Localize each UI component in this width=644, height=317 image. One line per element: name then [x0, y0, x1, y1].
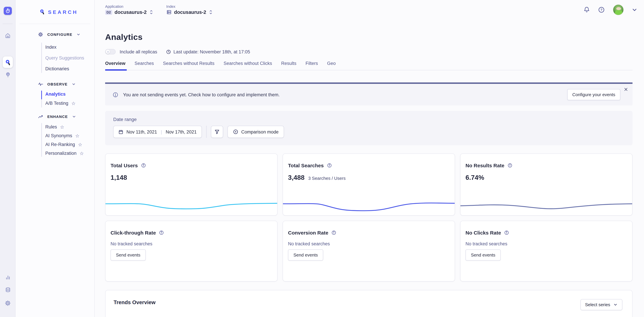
lightbulb-icon[interactable] [0, 72, 16, 78]
info-icon[interactable] [508, 163, 512, 168]
info-icon[interactable] [159, 230, 164, 235]
home-icon[interactable] [0, 32, 16, 38]
calendar-icon [118, 129, 124, 134]
empty-state-text: No tracked searches [110, 241, 272, 246]
info-icon[interactable] [141, 163, 146, 168]
sidebar: SEARCH CONFIGURE Index Query Suggestions… [16, 0, 95, 317]
tab-results[interactable]: Results [281, 61, 296, 70]
page-title: Analytics [105, 32, 632, 42]
search-icon[interactable] [3, 56, 13, 68]
tab-searches-without-clicks[interactable]: Searches without Clicks [224, 61, 272, 70]
updown-chevrons-icon [208, 10, 213, 15]
date-range-button[interactable]: Nov 11th, 2021 | Nov 17th, 2021 [113, 126, 202, 138]
include-replicas-toggle[interactable] [105, 49, 116, 54]
send-events-button[interactable]: Send events [288, 250, 323, 260]
card-no-clicks-rate: No Clicks Rate No tracked searches Send … [460, 221, 632, 282]
card-title: Total Users [110, 162, 138, 168]
pulse-icon [38, 82, 43, 87]
metric-value: 6.74% [466, 174, 484, 182]
tab-searches-without-results[interactable]: Searches without Results [163, 61, 214, 70]
empty-state-text: No tracked searches [466, 241, 627, 246]
search-product-logo[interactable]: SEARCH [39, 9, 78, 15]
sidebar-item-dictionaries[interactable]: Dictionaries [45, 66, 69, 71]
chevron-down-icon[interactable] [632, 7, 637, 12]
gear-icon[interactable] [0, 300, 16, 306]
toggle-knob [106, 50, 110, 54]
info-icon[interactable] [327, 163, 332, 168]
sidebar-divider [20, 24, 90, 24]
application-selector[interactable]: D2 docusaurus-2 [105, 10, 154, 15]
filter-funnel-icon [214, 129, 220, 134]
tab-geo[interactable]: Geo [327, 61, 336, 70]
comparison-mode-button[interactable]: Comparison mode [227, 126, 284, 138]
card-conversion-rate: Conversion Rate No tracked searches Send… [282, 221, 455, 282]
application-selector-group: Application D2 docusaurus-2 [105, 4, 154, 15]
svg-text:?: ? [600, 8, 602, 12]
info-icon[interactable] [331, 230, 336, 235]
sidebar-item-ab-testing[interactable]: A/B Testing☆ [45, 101, 76, 106]
main-area: Application D2 docusaurus-2 Index docu [95, 0, 644, 317]
date-range-label: Date range [113, 116, 632, 122]
sidebar-item-index[interactable]: Index [45, 44, 56, 50]
card-title: Conversion Rate [288, 230, 328, 236]
card-title: No Clicks Rate [466, 230, 501, 236]
index-selector[interactable]: docusaurus-2 [166, 10, 213, 15]
star-icon[interactable]: ☆ [75, 133, 80, 138]
sidebar-item-ai-synonyms[interactable]: AI Synonyms☆ [45, 133, 80, 138]
sidebar-item-ai-reranking[interactable]: AI Re-Ranking☆ [45, 142, 82, 147]
database-icon[interactable] [0, 287, 16, 293]
section-configure[interactable]: CONFIGURE [38, 32, 80, 37]
star-icon[interactable]: ☆ [80, 151, 84, 156]
nav-indent-line [41, 42, 42, 73]
sidebar-item-rules[interactable]: Rules☆ [45, 124, 64, 130]
chevron-down-icon [76, 32, 80, 36]
filter-controls: Nov 11th, 2021 | Nov 17th, 2021 [113, 126, 632, 138]
select-series-button[interactable]: Select series [580, 299, 622, 310]
sidebar-item-query-suggestions[interactable]: Query Suggestions [45, 56, 84, 60]
send-events-button[interactable]: Send events [466, 250, 501, 260]
metric-note: 3 Searches / Users [308, 176, 346, 181]
sparkline-total-users [105, 197, 278, 212]
tab-searches[interactable]: Searches [134, 61, 154, 70]
date-end: Nov 17th, 2021 [166, 129, 196, 134]
filter-funnel-button[interactable] [211, 126, 223, 138]
timer-app-logo[interactable] [4, 7, 12, 15]
bell-icon[interactable] [584, 6, 590, 13]
star-icon[interactable]: ☆ [60, 124, 64, 129]
application-badge: D2 [105, 10, 112, 15]
metric-cards-row-1: Total Users 1,148 Total Searches [105, 154, 632, 216]
close-icon[interactable] [624, 87, 628, 92]
application-label: Application [105, 4, 154, 8]
meta-row: Include all replicas Last update: Novemb… [105, 49, 632, 54]
play-circle-icon [233, 129, 238, 134]
topbar-right: ? [584, 0, 637, 19]
metric-value: 1,148 [110, 174, 127, 182]
updown-chevrons-icon [149, 10, 154, 15]
configure-events-button[interactable]: Configure your events [567, 89, 620, 100]
toggle-off-x-icon [107, 50, 109, 53]
star-icon[interactable]: ☆ [71, 101, 76, 106]
tab-filters[interactable]: Filters [306, 61, 318, 70]
send-events-button[interactable]: Send events [110, 250, 146, 260]
alert-circle-icon [112, 92, 118, 98]
active-indicator [41, 90, 42, 99]
empty-state-text: No tracked searches [288, 241, 450, 246]
sidebar-item-analytics[interactable]: Analytics [45, 92, 66, 97]
section-observe[interactable]: OBSERVE [38, 82, 76, 87]
vertical-divider [206, 126, 206, 138]
tab-overview[interactable]: Overview [105, 61, 126, 70]
section-label: OBSERVE [47, 82, 68, 86]
date-separator: | [161, 129, 162, 134]
avatar[interactable] [613, 4, 624, 15]
date-start: Nov 11th, 2021 [126, 129, 157, 134]
section-label: CONFIGURE [47, 32, 72, 36]
metric-cards-row-2: Click-through Rate No tracked searches S… [105, 221, 632, 282]
bar-chart-icon[interactable] [0, 274, 16, 280]
magnifier-icon [39, 9, 45, 15]
info-icon[interactable] [504, 230, 509, 235]
sparkline-total-searches [282, 197, 455, 212]
section-enhance[interactable]: ENHANCE [38, 114, 76, 119]
star-icon[interactable]: ☆ [78, 142, 82, 147]
sidebar-item-personalization[interactable]: Personalization☆ [45, 151, 84, 156]
help-icon[interactable]: ? [598, 6, 605, 13]
